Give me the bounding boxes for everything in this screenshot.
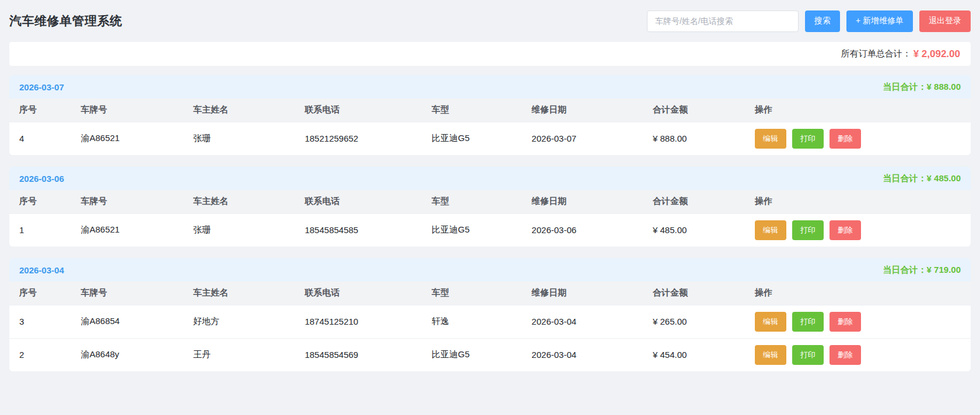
group-date: 2026-03-07 bbox=[19, 82, 64, 92]
edit-button[interactable]: 编辑 bbox=[755, 345, 786, 365]
column-header: 维修日期 bbox=[522, 190, 643, 213]
row-phone: 18745125210 bbox=[295, 305, 422, 338]
group-header-band: 2026-03-06 当日合计：¥ 485.00 bbox=[9, 167, 971, 190]
search-input[interactable] bbox=[647, 10, 799, 32]
print-button[interactable]: 打印 bbox=[792, 129, 824, 149]
daily-total: 当日合计：¥ 485.00 bbox=[883, 173, 961, 184]
row-repair-date: 2026-03-04 bbox=[522, 305, 643, 338]
row-seq: 1 bbox=[9, 213, 71, 247]
row-plate: 渝A86854 bbox=[71, 305, 183, 338]
row-amount: ¥ 265.00 bbox=[643, 305, 745, 338]
order-group: 2026-03-07 当日合计：¥ 888.00 序号车牌号车主姓名联系电话车型… bbox=[9, 75, 971, 155]
daily-total: 当日合计：¥ 888.00 bbox=[883, 82, 961, 93]
column-header: 联系电话 bbox=[295, 282, 422, 305]
column-header: 序号 bbox=[9, 190, 71, 213]
row-plate: 渝A86521 bbox=[71, 122, 183, 155]
daily-total-value: ¥ 888.00 bbox=[927, 82, 961, 92]
toolbar: 搜索 + 新增维修单 退出登录 bbox=[647, 10, 971, 32]
page-title: 汽车维修单管理系统 bbox=[9, 13, 123, 29]
delete-button[interactable]: 删除 bbox=[830, 345, 861, 365]
column-header: 联系电话 bbox=[295, 99, 422, 122]
column-header: 操作 bbox=[745, 282, 971, 305]
column-header: 车主姓名 bbox=[183, 282, 295, 305]
row-amount: ¥ 888.00 bbox=[643, 122, 745, 155]
row-owner-name: 张珊 bbox=[183, 122, 295, 155]
row-seq: 3 bbox=[9, 305, 71, 338]
row-amount: ¥ 454.00 bbox=[643, 338, 745, 371]
column-header: 车主姓名 bbox=[183, 190, 295, 213]
daily-total-value: ¥ 485.00 bbox=[927, 173, 961, 183]
row-actions: 编辑打印删除 bbox=[745, 338, 971, 371]
row-plate: 渝A86521 bbox=[71, 213, 183, 247]
column-header: 维修日期 bbox=[522, 99, 643, 122]
daily-total-label: 当日合计： bbox=[883, 82, 927, 92]
group-header-band: 2026-03-04 当日合计：¥ 719.00 bbox=[9, 258, 971, 282]
order-group: 2026-03-06 当日合计：¥ 485.00 序号车牌号车主姓名联系电话车型… bbox=[9, 167, 971, 247]
grand-total-label: 所有订单总合计： bbox=[841, 48, 911, 59]
column-header: 合计金额 bbox=[643, 190, 745, 213]
row-car-model: 比亚迪G5 bbox=[422, 338, 522, 371]
delete-button[interactable]: 删除 bbox=[830, 312, 861, 332]
row-actions: 编辑打印删除 bbox=[745, 213, 971, 247]
row-owner-name: 王丹 bbox=[183, 338, 295, 371]
row-phone: 18545854585 bbox=[295, 213, 422, 247]
order-groups: 2026-03-07 当日合计：¥ 888.00 序号车牌号车主姓名联系电话车型… bbox=[0, 75, 980, 371]
orders-table: 序号车牌号车主姓名联系电话车型维修日期合计金额操作 1渝A86521张珊1854… bbox=[9, 190, 971, 247]
column-header: 联系电话 bbox=[295, 190, 422, 213]
table-row: 2渝A8648y王丹18545854569比亚迪G52026-03-04¥ 45… bbox=[9, 338, 971, 371]
daily-total-label: 当日合计： bbox=[883, 265, 927, 275]
group-header-band: 2026-03-07 当日合计：¥ 888.00 bbox=[9, 75, 971, 99]
row-seq: 4 bbox=[9, 122, 71, 155]
column-header: 车牌号 bbox=[71, 99, 183, 122]
daily-total: 当日合计：¥ 719.00 bbox=[883, 265, 961, 276]
grand-total-bar: 所有订单总合计： ¥ 2,092.00 bbox=[9, 42, 971, 66]
row-owner-name: 张珊 bbox=[183, 213, 295, 247]
orders-table: 序号车牌号车主姓名联系电话车型维修日期合计金额操作 4渝A86521张珊1852… bbox=[9, 99, 971, 155]
print-button[interactable]: 打印 bbox=[792, 345, 824, 365]
row-actions: 编辑打印删除 bbox=[745, 122, 971, 155]
group-date: 2026-03-04 bbox=[19, 265, 64, 275]
table-row: 1渝A86521张珊18545854585比亚迪G52026-03-06¥ 48… bbox=[9, 213, 971, 247]
row-amount: ¥ 485.00 bbox=[643, 213, 745, 247]
daily-total-value: ¥ 719.00 bbox=[927, 265, 961, 275]
top-bar: 汽车维修单管理系统 搜索 + 新增维修单 退出登录 bbox=[0, 0, 980, 42]
table-header-row: 序号车牌号车主姓名联系电话车型维修日期合计金额操作 bbox=[9, 99, 971, 122]
print-button[interactable]: 打印 bbox=[792, 220, 824, 240]
row-seq: 2 bbox=[9, 338, 71, 371]
orders-table: 序号车牌号车主姓名联系电话车型维修日期合计金额操作 3渝A86854好地方187… bbox=[9, 282, 971, 371]
daily-total-label: 当日合计： bbox=[883, 173, 927, 183]
table-row: 3渝A86854好地方18745125210轩逸2026-03-04¥ 265.… bbox=[9, 305, 971, 338]
print-button[interactable]: 打印 bbox=[792, 312, 824, 332]
column-header: 序号 bbox=[9, 99, 71, 122]
add-repair-order-button[interactable]: + 新增维修单 bbox=[846, 10, 913, 32]
column-header: 序号 bbox=[9, 282, 71, 305]
column-header: 车牌号 bbox=[71, 282, 183, 305]
row-car-model: 比亚迪G5 bbox=[422, 122, 522, 155]
row-phone: 18545854569 bbox=[295, 338, 422, 371]
column-header: 合计金额 bbox=[643, 282, 745, 305]
order-group: 2026-03-04 当日合计：¥ 719.00 序号车牌号车主姓名联系电话车型… bbox=[9, 258, 971, 371]
column-header: 车型 bbox=[422, 99, 522, 122]
logout-button[interactable]: 退出登录 bbox=[919, 10, 971, 32]
column-header: 合计金额 bbox=[643, 99, 745, 122]
edit-button[interactable]: 编辑 bbox=[755, 220, 786, 240]
column-header: 车牌号 bbox=[71, 190, 183, 213]
search-button[interactable]: 搜索 bbox=[805, 10, 840, 32]
column-header: 操作 bbox=[745, 190, 971, 213]
table-header-row: 序号车牌号车主姓名联系电话车型维修日期合计金额操作 bbox=[9, 190, 971, 213]
row-repair-date: 2026-03-06 bbox=[522, 213, 643, 247]
row-repair-date: 2026-03-04 bbox=[522, 338, 643, 371]
delete-button[interactable]: 删除 bbox=[830, 220, 861, 240]
group-date: 2026-03-06 bbox=[19, 174, 64, 184]
row-car-model: 比亚迪G5 bbox=[422, 213, 522, 247]
edit-button[interactable]: 编辑 bbox=[755, 129, 786, 149]
edit-button[interactable]: 编辑 bbox=[755, 312, 786, 332]
row-car-model: 轩逸 bbox=[422, 305, 522, 338]
table-header-row: 序号车牌号车主姓名联系电话车型维修日期合计金额操作 bbox=[9, 282, 971, 305]
row-phone: 18521259652 bbox=[295, 122, 422, 155]
table-row: 4渝A86521张珊18521259652比亚迪G52026-03-07¥ 88… bbox=[9, 122, 971, 155]
row-actions: 编辑打印删除 bbox=[745, 305, 971, 338]
delete-button[interactable]: 删除 bbox=[830, 129, 861, 149]
column-header: 车型 bbox=[422, 190, 522, 213]
column-header: 车型 bbox=[422, 282, 522, 305]
